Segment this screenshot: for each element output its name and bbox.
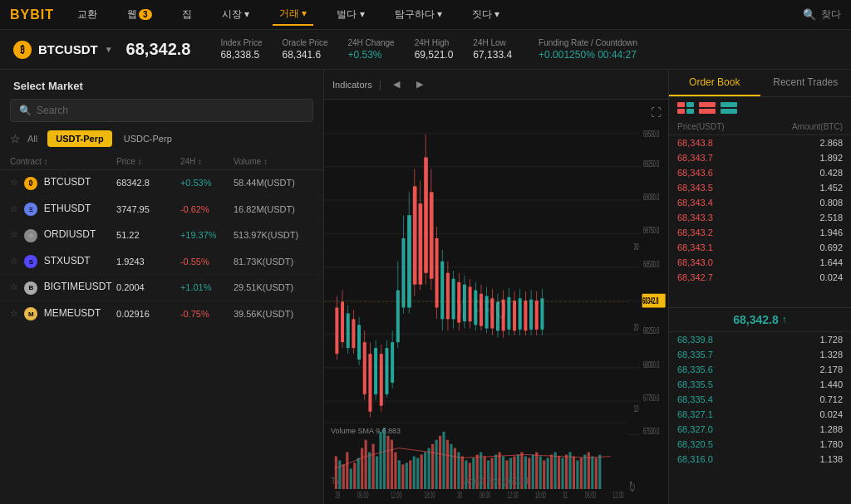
svg-rect-190 xyxy=(686,109,694,114)
svg-text:06:00: 06:00 xyxy=(357,490,368,501)
ob-ask-row[interactable]: 68,343.3 2.518 xyxy=(669,210,851,225)
svg-rect-178 xyxy=(568,453,571,489)
star-icon[interactable]: ☆ xyxy=(10,132,21,145)
svg-rect-122 xyxy=(361,448,363,489)
market-rows: ☆ ₿ BTCUSDT 68342.8 +0.53% 58.44M(USDT) … xyxy=(0,170,323,327)
ob-bid-row[interactable]: 68,335.7 1.328 xyxy=(669,347,851,362)
coin-name: STXUSDT xyxy=(44,255,91,267)
ob-view-bids[interactable] xyxy=(721,102,737,114)
ob-bid-row[interactable]: 68,335.4 0.712 xyxy=(669,392,851,407)
svg-rect-145 xyxy=(446,440,449,489)
ob-bid-amount: 2.178 xyxy=(760,365,844,374)
market-row-volume: 16.82M(USDT) xyxy=(234,204,313,214)
svg-rect-177 xyxy=(565,455,568,489)
nav-market[interactable]: 시장 ▾ xyxy=(215,4,256,25)
market-list-item[interactable]: ☆ ○ ORDIUSDT 51.22 +19.37% 513.97K(USDT) xyxy=(0,223,323,249)
star-icon[interactable]: ☆ xyxy=(10,281,18,291)
svg-rect-126 xyxy=(376,457,378,490)
svg-text:12:00: 12:00 xyxy=(391,490,401,501)
market-list-item[interactable]: ☆ ₿ BTCUSDT 68342.8 +0.53% 58.44M(USDT) xyxy=(0,170,323,197)
ob-bid-row[interactable]: 68,320.5 1.780 xyxy=(669,437,851,452)
stat-label: 24H Low xyxy=(473,38,512,47)
ob-ask-row[interactable]: 68,343.6 0.428 xyxy=(669,165,851,180)
tab-recent-trades[interactable]: Recent Trades xyxy=(760,70,852,96)
market-search-bar[interactable]: 🔍 xyxy=(10,99,313,122)
ob-bid-row[interactable]: 68,335.5 1.440 xyxy=(669,377,851,392)
ob-ask-amount: 1.452 xyxy=(760,183,844,193)
market-row-change: -0.55% xyxy=(180,257,234,267)
star-icon[interactable]: ☆ xyxy=(10,229,18,239)
ob-ask-row[interactable]: 68,343.2 1.946 xyxy=(669,225,851,240)
market-list-item[interactable]: ☆ S STXUSDT 1.9243 -0.55% 81.73K(USDT) xyxy=(0,249,323,276)
star-icon[interactable]: ☆ xyxy=(10,308,18,318)
market-list-item[interactable]: ☆ M MEMEUSDT 0.02916 -0.75% 39.56K(USDT) xyxy=(0,301,323,328)
ob-bids-list: 68,339.8 1.728 68,335.7 1.328 68,335.6 2… xyxy=(669,332,851,504)
svg-rect-171 xyxy=(543,460,545,489)
ob-ask-row[interactable]: 68,343.7 1.892 xyxy=(669,150,851,165)
ob-ask-price: 68,343.2 xyxy=(677,228,760,237)
ob-ask-row[interactable]: 68,343.4 0.808 xyxy=(669,195,851,210)
svg-rect-168 xyxy=(532,455,534,489)
ob-bid-row[interactable]: 68,335.6 2.178 xyxy=(669,362,851,377)
star-icon[interactable]: ☆ xyxy=(10,256,18,266)
nav-web3[interactable]: 웹3 xyxy=(121,4,159,25)
ob-bid-row[interactable]: 68,327.1 0.024 xyxy=(669,407,851,422)
market-list-item[interactable]: ☆ Ξ ETHUSDT 3747.95 -0.62% 16.82M(USDT) xyxy=(0,197,323,223)
star-icon[interactable]: ☆ xyxy=(10,177,18,187)
ob-mid-price: 68,342.8 ↑ xyxy=(669,307,851,332)
market-row-change: -0.62% xyxy=(180,204,234,214)
volume-label: Volume SMA 9 6.883 xyxy=(331,427,401,435)
col-contract: Contract ↕ xyxy=(10,157,116,166)
search-input[interactable] xyxy=(37,105,304,116)
stat-index-price: Index Price 68,338.5 xyxy=(220,38,262,61)
indicators-button[interactable]: Indicators xyxy=(332,80,372,90)
ob-bid-row[interactable]: 68,339.8 1.728 xyxy=(669,332,851,347)
tab-usdc-perp[interactable]: USDC-Perp xyxy=(116,130,180,147)
tab-order-book[interactable]: Order Book xyxy=(669,70,760,96)
svg-rect-119 xyxy=(350,468,352,489)
svg-rect-135 xyxy=(409,460,411,489)
svg-text:67500.0: 67500.0 xyxy=(643,426,659,437)
market-row-volume: 58.44M(USDT) xyxy=(234,178,313,188)
svg-rect-120 xyxy=(353,462,356,489)
star-icon[interactable]: ☆ xyxy=(10,203,18,213)
ob-ask-row[interactable]: 68,343.5 1.452 xyxy=(669,180,851,195)
ob-view-both[interactable] xyxy=(677,102,694,114)
ob-bid-row[interactable]: 68,327.0 1.288 xyxy=(669,422,851,437)
ob-ask-row[interactable]: 68,343.8 2.868 xyxy=(669,135,851,150)
nav-home[interactable]: 집 xyxy=(175,4,199,25)
nav-search-area[interactable]: 🔍 찾다 xyxy=(803,7,841,22)
market-list-item[interactable]: ☆ B BIGTIMEUSDT 0.2004 +1.01% 29.51K(USD… xyxy=(0,275,323,301)
nav-trade[interactable]: 거래 ▾ xyxy=(273,3,313,26)
stat-value: +0.53% xyxy=(347,49,394,61)
stat-oracle-price: Oracle Price 68,341.6 xyxy=(282,38,327,61)
ob-view-asks[interactable] xyxy=(699,102,716,114)
ob-ask-row[interactable]: 68,343.0 1.644 xyxy=(669,255,851,270)
market-tabs: ☆ All USDT-Perp USDC-Perp xyxy=(0,130,323,154)
nav-build[interactable]: 짓다 ▾ xyxy=(465,4,506,25)
svg-text:06:00: 06:00 xyxy=(480,490,490,501)
col-price: Price ↕ xyxy=(116,157,180,166)
chart-toolbar-btn2[interactable]: ▶ xyxy=(411,77,428,91)
ob-header-price: Price(USDT) xyxy=(677,122,760,131)
nav-explore[interactable]: 탐구하다 ▾ xyxy=(388,4,449,25)
chevron-down-icon: ▼ xyxy=(105,45,113,54)
nav-earn[interactable]: 벌다 ▾ xyxy=(330,4,371,25)
coin-name: BTCUSDT xyxy=(44,176,91,188)
svg-text:29: 29 xyxy=(335,490,340,501)
market-row-volume: 513.97K(USDT) xyxy=(234,230,313,240)
tab-usdt-perp[interactable]: USDT-Perp xyxy=(47,130,111,147)
svg-text:67750.0: 67750.0 xyxy=(643,393,659,404)
nav-exchange[interactable]: 교환 xyxy=(71,4,104,25)
ob-mid-arrow: ↑ xyxy=(782,314,787,325)
pair-selector[interactable]: ₿ BTCUSDT ▼ 68,342.8 xyxy=(13,40,190,59)
ob-ask-row[interactable]: 68,342.7 0.024 xyxy=(669,270,851,285)
tab-label-all: All xyxy=(27,134,37,144)
ob-ask-row[interactable]: 68,343.1 0.692 xyxy=(669,240,851,255)
fullscreen-button[interactable]: ⛶ xyxy=(651,106,662,119)
ob-bid-price: 68,320.5 xyxy=(677,439,760,449)
svg-text:68250.0: 68250.0 xyxy=(643,325,659,336)
svg-rect-174 xyxy=(554,453,557,489)
chart-toolbar-btn[interactable]: ◀ xyxy=(388,77,405,91)
ob-bid-row[interactable]: 68,316.0 1.138 xyxy=(669,452,851,467)
